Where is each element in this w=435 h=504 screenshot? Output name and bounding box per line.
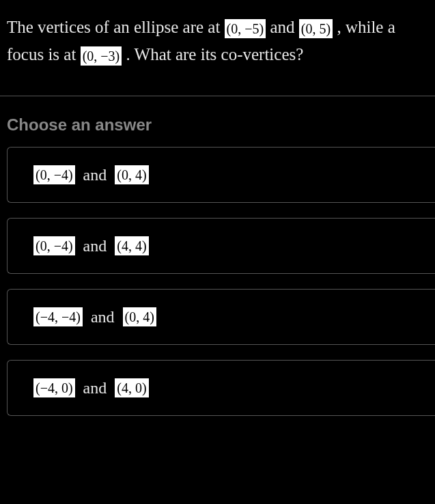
- answer-3-pair-1: (−4, −4): [33, 307, 83, 326]
- choose-answer-section: Choose an answer: [0, 96, 435, 147]
- and-connector: and: [83, 237, 107, 255]
- answer-1-pair-2: (0, 4): [115, 165, 148, 184]
- answer-2-pair-2: (4, 4): [115, 236, 148, 255]
- answer-option-4[interactable]: (−4, 0) and (4, 0): [7, 360, 435, 416]
- math-focus: (0, −3): [81, 46, 122, 66]
- answer-4-pair-1: (−4, 0): [33, 378, 75, 397]
- math-vertex-1: (0, −5): [225, 19, 266, 38]
- question-part-2: and: [270, 18, 298, 36]
- question-part-1: The vertices of an ellipse are at: [7, 18, 225, 36]
- and-connector: and: [91, 308, 115, 326]
- answer-option-3[interactable]: (−4, −4) and (0, 4): [7, 289, 435, 345]
- choose-answer-label: Choose an answer: [7, 115, 428, 135]
- question-text: The vertices of an ellipse are at (0, −5…: [0, 0, 435, 96]
- answer-3-pair-2: (0, 4): [123, 307, 156, 326]
- answer-2-pair-1: (0, −4): [33, 236, 75, 255]
- answer-option-1[interactable]: (0, −4) and (0, 4): [7, 147, 435, 203]
- answer-1-pair-1: (0, −4): [33, 165, 75, 184]
- answer-list: (0, −4) and (0, 4) (0, −4) and (4, 4) (−…: [0, 147, 435, 416]
- and-connector: and: [83, 379, 107, 397]
- answer-option-2[interactable]: (0, −4) and (4, 4): [7, 218, 435, 274]
- answer-4-pair-2: (4, 0): [115, 378, 148, 397]
- math-vertex-2: (0, 5): [299, 19, 333, 38]
- and-connector: and: [83, 166, 107, 184]
- question-part-4: . What are its co-vertices?: [126, 45, 303, 64]
